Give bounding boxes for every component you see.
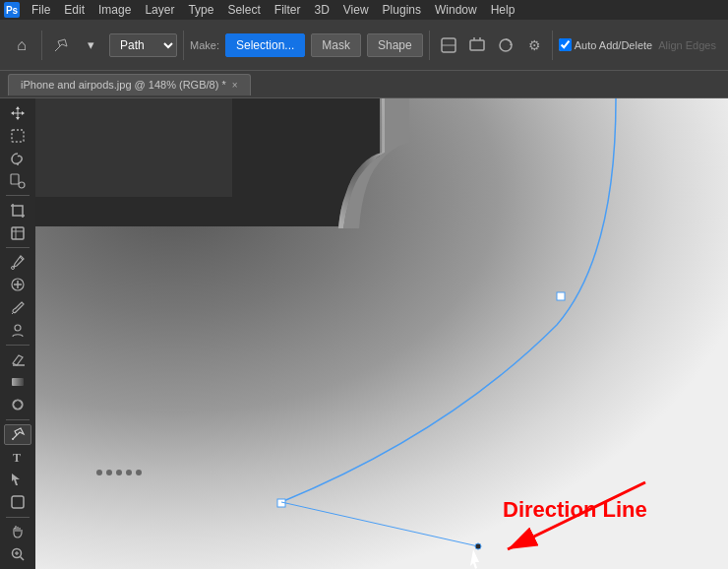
svg-point-30 [96, 470, 102, 475]
left-tool-blur[interactable] [4, 395, 31, 415]
left-tool-eyedropper[interactable] [4, 252, 31, 273]
left-tool-heal[interactable] [4, 275, 31, 295]
make-label: Make: [190, 39, 219, 51]
menu-bar: Ps File Edit Image Layer Type Select Fil… [0, 0, 728, 20]
svg-text:T: T [13, 451, 21, 465]
menu-view[interactable]: View [337, 2, 375, 18]
svg-point-32 [116, 470, 122, 475]
svg-point-22 [12, 438, 14, 440]
svg-rect-10 [12, 227, 24, 239]
left-tool-lasso[interactable] [4, 148, 31, 168]
left-tool-move[interactable] [4, 102, 31, 123]
svg-rect-6 [12, 130, 24, 142]
svg-rect-24 [12, 496, 24, 508]
svg-text:Direction Line: Direction Line [503, 497, 647, 522]
left-tool-zoom[interactable] [4, 544, 31, 565]
svg-point-18 [15, 325, 21, 331]
left-tool-shape[interactable] [4, 492, 31, 513]
transform-icon-2[interactable] [464, 32, 490, 58]
svg-point-34 [136, 470, 142, 475]
left-tool-path-select[interactable] [4, 470, 31, 490]
lt-separator-4 [6, 419, 30, 420]
photo-background: Direction Line [35, 98, 728, 569]
canvas-image: Direction Line [35, 98, 728, 569]
main-area: T [0, 98, 728, 569]
lt-separator-1 [6, 195, 30, 196]
left-tool-type[interactable]: T [4, 447, 31, 468]
left-tool-hand[interactable] [4, 522, 31, 542]
mask-button[interactable]: Mask [311, 33, 361, 57]
svg-point-33 [126, 470, 132, 475]
svg-point-31 [106, 470, 112, 475]
transform-icon-1[interactable] [436, 32, 461, 58]
left-tool-gradient[interactable] [4, 372, 31, 393]
svg-point-9 [19, 182, 25, 188]
lt-separator-5 [6, 517, 30, 518]
svg-point-21 [13, 400, 23, 410]
svg-rect-36 [557, 292, 565, 300]
divider-1 [41, 31, 42, 60]
pen-tool-icon[interactable] [48, 32, 74, 58]
left-tool-pen[interactable] [4, 424, 31, 445]
tab-title: iPhone and airpods.jpg @ 148% (RGB/8) * [21, 79, 226, 91]
transform-icon-3[interactable] [493, 32, 518, 58]
menu-3d[interactable]: 3D [308, 2, 334, 18]
left-tool-clone[interactable] [4, 320, 31, 341]
menu-select[interactable]: Select [221, 2, 266, 18]
left-tool-eraser[interactable] [4, 349, 31, 370]
left-tool-magic-wand[interactable] [4, 170, 31, 191]
align-edges-label: Align Edges [658, 39, 716, 51]
left-tool-selection[interactable] [4, 125, 31, 146]
divider-4 [552, 31, 553, 60]
options-toolbar: ⌂ ▾ Path Shape Pixels Make: Selection...… [0, 20, 728, 71]
menu-file[interactable]: File [26, 2, 56, 18]
menu-help[interactable]: Help [485, 2, 521, 18]
canvas-area: Direction Line [35, 98, 728, 569]
tab-bar: iPhone and airpods.jpg @ 148% (RGB/8) * … [0, 71, 728, 98]
left-tool-brush[interactable] [4, 297, 31, 318]
menu-filter[interactable]: Filter [269, 2, 307, 18]
menu-plugins[interactable]: Plugins [377, 2, 427, 18]
menu-image[interactable]: Image [92, 2, 137, 18]
divider-3 [429, 31, 430, 60]
auto-add-checkbox[interactable] [559, 38, 572, 51]
menu-layer[interactable]: Layer [139, 2, 180, 18]
left-toolbar: T [0, 98, 35, 569]
auto-add-checkbox-label[interactable]: Auto Add/Delete [559, 38, 653, 51]
svg-line-26 [21, 557, 25, 561]
menu-window[interactable]: Window [429, 2, 483, 18]
tool-options-group: ▾ [48, 32, 103, 58]
transform-icons [436, 32, 518, 58]
divider-2 [183, 31, 184, 60]
path-mode-dropdown[interactable]: Path Shape Pixels [109, 33, 177, 57]
app-logo: Ps [4, 2, 20, 18]
shape-button[interactable]: Shape [367, 33, 423, 57]
svg-rect-2 [470, 40, 484, 50]
menu-edit[interactable]: Edit [58, 2, 91, 18]
lt-separator-2 [6, 247, 30, 248]
left-tool-crop[interactable] [4, 200, 31, 221]
menu-type[interactable]: Type [182, 2, 219, 18]
left-tool-frame[interactable] [4, 222, 31, 243]
gear-icon[interactable]: ⚙ [524, 34, 546, 56]
svg-rect-20 [12, 378, 24, 386]
svg-rect-8 [11, 174, 19, 184]
selection-button[interactable]: Selection... [225, 33, 305, 57]
lt-separator-3 [6, 345, 30, 346]
pen-dropdown-arrow[interactable]: ▾ [78, 32, 103, 58]
document-tab[interactable]: iPhone and airpods.jpg @ 148% (RGB/8) * … [8, 74, 251, 95]
svg-point-14 [12, 267, 15, 270]
svg-point-38 [475, 543, 481, 549]
home-button[interactable]: ⌂ [8, 32, 35, 59]
tab-close-button[interactable]: × [232, 80, 238, 91]
